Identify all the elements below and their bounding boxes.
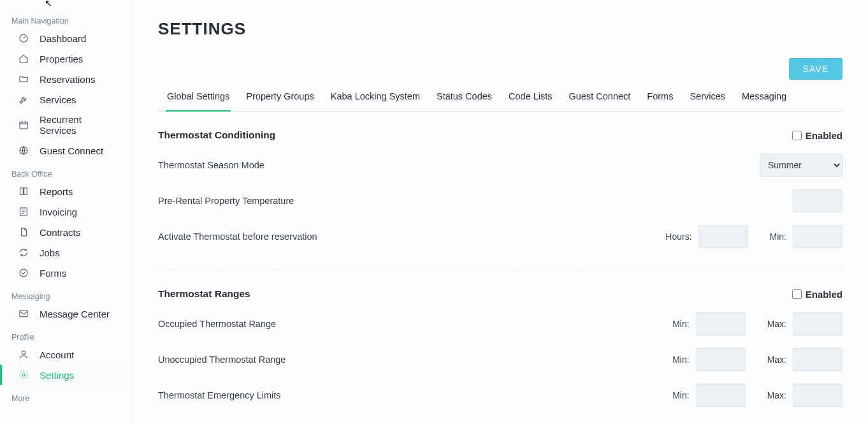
max-label: Max: [767,319,786,329]
sidebar-item-recurrent-services[interactable]: Recurrent Services [0,110,132,140]
tab-forms[interactable]: Forms [646,85,674,112]
sidebar-item-account[interactable]: Account [0,344,132,365]
sidebar-section-more: More [0,385,132,406]
sidebar-section-main: Main Navigation [0,8,132,28]
globe-icon [18,145,29,156]
calendar-icon [18,119,29,131]
sidebar-item-message-center[interactable]: Message Center [0,303,132,324]
thermostat-conditioning-heading: Thermostat Conditioning [158,129,275,141]
sidebar-item-dashboard[interactable]: Dashboard [0,28,132,48]
tab-status-codes[interactable]: Status Codes [435,85,493,112]
season-mode-select[interactable]: Summer [760,154,843,177]
sidebar-item-label: Reservations [40,74,96,85]
pre-rental-temp-label: Pre-Rental Property Temperature [158,196,294,206]
enabled-label: Enabled [806,289,843,300]
svg-rect-5 [20,311,27,316]
min-label: Min: [672,319,689,329]
emergency-limits-label: Thermostat Emergency Limits [158,390,281,400]
thermostat-ranges-enabled-checkbox[interactable] [792,289,802,299]
svg-point-7 [22,374,25,376]
svg-point-6 [22,351,25,355]
sidebar-section-back: Back Office [0,161,132,181]
tab-property-groups[interactable]: Property Groups [245,85,315,112]
save-button[interactable]: SAVE [789,58,843,80]
activate-before-label: Activate Thermostat before reservation [158,231,317,242]
unoccupied-range-label: Unoccupied Thermostat Range [158,355,286,365]
sidebar-item-jobs[interactable]: Jobs [0,242,132,263]
sidebar-item-label: Invoicing [40,207,77,217]
emergency-max-input[interactable] [793,384,843,407]
activate-hours-input[interactable] [698,225,748,248]
tab-services[interactable]: Services [688,85,727,112]
season-mode-label: Thermostat Season Mode [158,160,264,170]
tab-code-lists[interactable]: Code Lists [507,85,554,112]
check-circle-icon [18,267,29,279]
activate-min-input[interactable] [793,225,843,248]
thermostat-conditioning-enabled[interactable]: Enabled [792,130,843,141]
sidebar-item-label: Guest Connect [40,145,103,156]
sidebar-item-label: Forms [40,268,67,279]
max-label: Max: [767,390,786,400]
unoccupied-max-input[interactable] [793,348,843,371]
document-icon [18,226,29,238]
wrench-icon [18,94,29,105]
max-label: Max: [767,355,786,365]
tab-messaging[interactable]: Messaging [741,85,788,112]
hours-label: Hours: [665,231,691,242]
home-icon [18,53,29,64]
section-thermostat-ranges: Thermostat Ranges Enabled Occupied Therm… [158,270,843,424]
sidebar-item-forms[interactable]: Forms [0,263,132,283]
gauge-icon [18,33,29,44]
sidebar: Main Navigation Dashboard Properties Res… [0,0,133,424]
min-label: Min: [672,355,689,365]
sidebar-item-label: Message Center [40,309,110,319]
svg-rect-1 [20,122,27,129]
sidebar-item-invoicing[interactable]: Invoicing [0,201,132,222]
thermostat-ranges-enabled[interactable]: Enabled [792,289,843,300]
sidebar-item-guest-connect[interactable]: Guest Connect [0,140,132,161]
enabled-label: Enabled [806,130,843,141]
occupied-max-input[interactable] [793,312,843,335]
sidebar-item-label: Properties [40,54,83,64]
sidebar-section-profile: Profile [0,324,132,344]
occupied-min-input[interactable] [696,312,746,335]
sidebar-item-properties[interactable]: Properties [0,48,132,69]
sidebar-item-services[interactable]: Services [0,89,132,110]
book-icon [18,186,29,197]
sidebar-section-messaging: Messaging [0,283,132,303]
sidebar-item-reports[interactable]: Reports [0,181,132,201]
gear-icon [18,369,29,381]
sidebar-item-label: Dashboard [40,33,86,44]
tab-kaba-locking-system[interactable]: Kaba Locking System [329,85,421,112]
sidebar-item-label: Services [40,94,76,105]
tab-global-settings[interactable]: Global Settings [166,85,231,112]
unoccupied-min-input[interactable] [696,348,746,371]
min-label: Min: [672,390,689,400]
sidebar-item-label: Jobs [40,247,60,258]
sidebar-item-label: Recurrent Services [40,114,120,136]
page-title: SETTINGS [158,19,843,39]
sidebar-item-label: Account [40,349,74,360]
refresh-icon [18,247,29,258]
sidebar-item-label: Reports [40,186,73,197]
thermostat-conditioning-enabled-checkbox[interactable] [792,131,802,140]
pre-rental-temp-input[interactable] [793,189,843,212]
tabs: Global Settings Property Groups Kaba Loc… [158,85,843,112]
section-thermostat-conditioning: Thermostat Conditioning Enabled Thermost… [158,112,843,270]
sidebar-item-label: Contracts [40,227,80,238]
sidebar-item-settings[interactable]: Settings [0,365,132,385]
occupied-range-label: Occupied Thermostat Range [158,319,276,329]
invoice-icon [18,206,29,217]
sidebar-item-reservations[interactable]: Reservations [0,69,132,89]
svg-point-4 [20,269,27,277]
tab-guest-connect[interactable]: Guest Connect [568,85,632,112]
main-content: SETTINGS SAVE Global Settings Property G… [133,0,868,424]
folder-icon [18,73,29,85]
emergency-min-input[interactable] [696,384,746,407]
thermostat-ranges-heading: Thermostat Ranges [158,288,250,300]
sidebar-item-contracts[interactable]: Contracts [0,222,132,242]
mail-icon [18,308,29,319]
sidebar-item-label: Settings [40,370,74,381]
min-label: Min: [770,231,786,242]
user-icon [18,349,29,360]
